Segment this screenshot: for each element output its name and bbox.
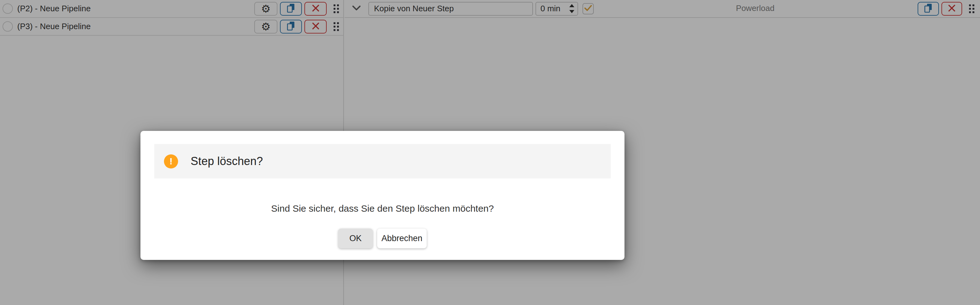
dialog-header: ! Step löschen? <box>154 144 611 179</box>
dialog-title: Step löschen? <box>191 155 263 168</box>
app-root: (P2) - Neue Pipeline ⚙ <box>0 0 980 305</box>
dialog-message: Sind Sie sicher, dass Sie den Step lösch… <box>154 203 611 214</box>
dialog-buttons: OK Abbrechen <box>154 229 611 248</box>
warning-glyph: ! <box>170 156 173 166</box>
warning-icon: ! <box>164 154 178 169</box>
confirm-dialog: ! Step löschen? Sind Sie sicher, dass Si… <box>140 131 625 260</box>
ok-button[interactable]: OK <box>338 229 373 248</box>
cancel-button[interactable]: Abbrechen <box>377 229 427 248</box>
